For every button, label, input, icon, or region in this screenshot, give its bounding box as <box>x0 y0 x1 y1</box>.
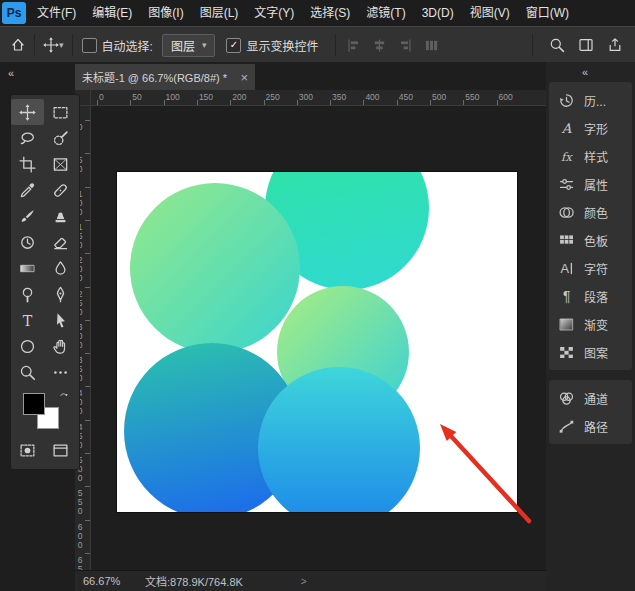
panel-swatches[interactable]: 色板 <box>549 226 632 254</box>
color-icon <box>558 204 575 221</box>
menu-bar-items: 文件(F)编辑(E)图像(I)图层(L)文字(Y)选择(S)滤镜(T)3D(D)… <box>29 0 577 26</box>
ruler-mark: 350 <box>85 353 90 354</box>
swatches-icon <box>558 232 575 249</box>
menu-item[interactable]: 编辑(E) <box>84 0 140 26</box>
path-selection-tool[interactable] <box>44 307 77 333</box>
ruler-mark: 550 <box>463 100 464 105</box>
status-expand-icon[interactable]: > <box>301 576 307 587</box>
panel-paths[interactable]: 路径 <box>549 412 632 440</box>
pen-tool[interactable] <box>44 281 77 307</box>
ruler-mark: 100 <box>85 187 90 188</box>
eraser-tool[interactable] <box>44 229 77 255</box>
frame-tool[interactable] <box>44 151 77 177</box>
search-icon[interactable] <box>549 37 565 53</box>
menu-item[interactable]: 窗口(W) <box>518 0 577 26</box>
panel-styles-label: 样式 <box>584 148 608 165</box>
lasso-tool[interactable] <box>11 125 44 151</box>
layer-dropdown-value: 图层 <box>171 37 195 54</box>
show-transform-checkbox[interactable] <box>226 38 241 53</box>
photoshop-window: Ps 文件(F)编辑(E)图像(I)图层(L)文字(Y)选择(S)滤镜(T)3D… <box>0 0 635 591</box>
panel-glyphs-label: 字形 <box>584 120 608 137</box>
align-left-icon <box>346 38 361 53</box>
clone-stamp-tool[interactable] <box>44 203 77 229</box>
blur-tool[interactable] <box>44 255 77 281</box>
panel-character[interactable]: A字符 <box>549 254 632 282</box>
gradient-tool[interactable] <box>11 255 44 281</box>
close-tab-icon[interactable]: × <box>240 71 248 84</box>
ellipse-tool[interactable] <box>11 333 44 359</box>
move-tool[interactable] <box>11 99 44 125</box>
photoshop-logo: Ps <box>2 2 26 24</box>
zoom-level[interactable]: 66.67% <box>83 575 129 587</box>
panel-styles[interactable]: fx样式 <box>549 142 632 170</box>
document-tab[interactable]: 未标题-1 @ 66.7%(RGB/8#) * × <box>75 64 255 90</box>
menu-item[interactable]: 图像(I) <box>140 0 191 26</box>
rectangular-marquee-tool[interactable] <box>44 99 77 125</box>
svg-text:T: T <box>23 312 33 328</box>
panel-glyphs[interactable]: A字形 <box>549 114 632 142</box>
panel-paths-label: 路径 <box>584 418 608 435</box>
gradients-icon <box>558 316 575 333</box>
panel-history[interactable]: 历... <box>549 86 632 114</box>
tool-grid: T <box>11 99 79 385</box>
screen-mode-button[interactable] <box>44 437 77 463</box>
home-icon[interactable] <box>10 37 26 53</box>
ruler-mark: 0 <box>97 100 98 105</box>
chevron-down-icon[interactable]: ▾ <box>59 40 64 50</box>
panel-patterns-label: 图案 <box>584 344 608 361</box>
menu-item[interactable]: 视图(V) <box>462 0 518 26</box>
menu-item[interactable]: 文件(F) <box>29 0 84 26</box>
panel-color[interactable]: 颜色 <box>549 198 632 226</box>
ruler-mark: 150 <box>85 220 90 221</box>
spot-healing-brush-tool[interactable] <box>44 177 77 203</box>
menu-item[interactable]: 图层(L) <box>192 0 247 26</box>
edit-toolbar-button[interactable] <box>44 359 77 385</box>
ruler-mark: 400 <box>85 386 90 387</box>
separator <box>34 34 35 56</box>
status-bar: 66.67% 文档:878.9K/764.8K > <box>75 570 546 591</box>
history-brush-tool[interactable] <box>11 229 44 255</box>
auto-select-checkbox[interactable] <box>82 38 97 53</box>
ruler-mark: 400 <box>363 100 364 105</box>
quick-mask-mode-button[interactable] <box>11 437 44 463</box>
panel-paragraph[interactable]: ¶段落 <box>549 282 632 310</box>
crop-tool[interactable] <box>11 151 44 177</box>
menu-item[interactable]: 滤镜(T) <box>358 0 413 26</box>
panel-properties[interactable]: 属性 <box>549 170 632 198</box>
share-icon[interactable] <box>607 37 623 53</box>
menu-item[interactable]: 3D(D) <box>414 0 462 26</box>
ruler-mark: 250 <box>264 100 265 105</box>
brush-tool[interactable] <box>11 203 44 229</box>
swap-colors-icon[interactable] <box>59 391 71 406</box>
circle-top-left <box>130 183 300 353</box>
foreground-color-swatch[interactable] <box>23 393 45 415</box>
toolbar-bottom <box>11 437 79 463</box>
type-tool[interactable]: T <box>11 307 44 333</box>
eyedropper-tool[interactable] <box>11 177 44 203</box>
collapse-panels-icon[interactable]: « <box>8 67 14 79</box>
ruler-mark: 300 <box>85 320 90 321</box>
layer-target-dropdown[interactable]: 图层 ▾ <box>162 34 216 57</box>
history-icon <box>558 92 575 109</box>
menu-item[interactable]: 文字(Y) <box>246 0 302 26</box>
expand-panels-icon[interactable]: « <box>582 66 588 78</box>
zoom-tool[interactable] <box>11 359 44 385</box>
menu-item[interactable]: 选择(S) <box>302 0 358 26</box>
hand-tool[interactable] <box>44 333 77 359</box>
dodge-tool[interactable] <box>11 281 44 307</box>
panel-group-2: 通道路径 <box>549 380 632 444</box>
ruler-mark: 450 <box>85 420 90 421</box>
ruler-mark: 50 <box>85 153 90 154</box>
canvas-area[interactable] <box>91 106 546 570</box>
workspace-icon[interactable] <box>578 37 594 53</box>
glyphs-icon: A <box>558 120 575 137</box>
panel-gradients[interactable]: 渐变 <box>549 310 632 338</box>
quick-selection-tool[interactable] <box>44 125 77 151</box>
ruler-mark: 450 <box>397 100 398 105</box>
align-icons-group <box>346 38 439 53</box>
color-swatches <box>11 389 79 435</box>
panel-patterns[interactable]: 图案 <box>549 338 632 366</box>
panel-channels[interactable]: 通道 <box>549 384 632 412</box>
move-tool-preset-icon[interactable] <box>43 37 59 53</box>
document-tab-title: 未标题-1 @ 66.7%(RGB/8#) * <box>82 69 235 85</box>
